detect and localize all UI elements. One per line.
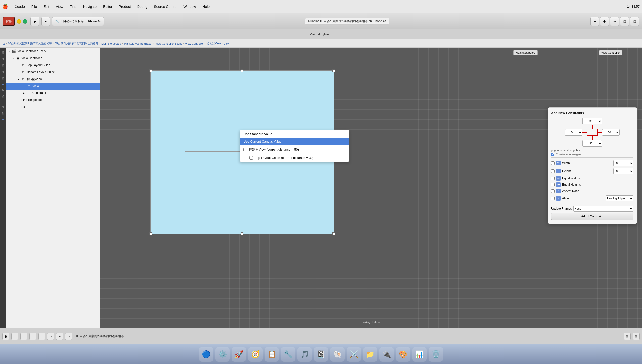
sidebar-item-vc-scene[interactable]: ▼ 🎬 View Controller Scene <box>6 48 100 55</box>
align-checkbox[interactable] <box>551 197 555 200</box>
menu-product[interactable]: Product <box>118 4 132 9</box>
sidebar-item-bottom-layout[interactable]: □ Bottom Layout Guide <box>6 68 100 76</box>
dropdown-item-top-layout-guide[interactable]: ✓ Top Layout Guide (current distance = 3… <box>240 154 349 162</box>
top-layout-guide-cb[interactable] <box>250 156 253 160</box>
sidebar-item-controller-view[interactable]: ▼ □ 控制器View <box>6 76 100 82</box>
breadcrumb-storyboard-base[interactable]: Main.storyboard (Base) <box>124 42 152 45</box>
menu-navigate[interactable]: Navigate <box>82 4 98 9</box>
sidebar-item-view[interactable]: □ View <box>6 82 100 90</box>
dock-trash[interactable]: 🗑️ <box>429 347 443 362</box>
pin-left-dropdown[interactable]: 34 <box>565 129 582 136</box>
strip-label-2[interactable]: 29 <box>1 56 5 62</box>
pin-top-dropdown[interactable]: 30 <box>582 118 602 124</box>
constrain-to-margins-checkbox[interactable] <box>551 153 554 156</box>
strip-label-4[interactable]: 31 <box>1 69 5 74</box>
dock-onenote[interactable]: 📓 <box>314 347 328 362</box>
menu-find[interactable]: Find <box>69 4 77 9</box>
down-icon[interactable]: ↓ <box>29 333 36 340</box>
align-value-select[interactable]: Leading Edges <box>606 196 633 202</box>
update-frames-select[interactable]: None <box>573 206 633 212</box>
frame-icon[interactable]: □ <box>47 333 54 340</box>
layout-icon-1[interactable]: ≡ <box>590 17 599 26</box>
breadcrumb-vc-scene[interactable]: View Controller Scene <box>156 42 182 45</box>
dock-rocket[interactable]: 🚀 <box>232 347 246 362</box>
height-value-select[interactable]: 500 <box>614 168 633 174</box>
menu-window[interactable]: Window <box>182 4 197 9</box>
stop-button[interactable]: ■ <box>41 17 50 26</box>
strip-label-7[interactable]: 35 <box>1 94 5 99</box>
pin-right-dropdown[interactable]: 50 <box>602 129 620 136</box>
dock-folder[interactable]: 📁 <box>363 347 378 362</box>
minimize-button[interactable] <box>17 19 22 24</box>
strip-label-9[interactable]: 37 <box>1 111 5 116</box>
width-checkbox[interactable] <box>551 161 555 165</box>
breadcrumb-storyboard[interactable]: Main.storyboard <box>102 42 121 45</box>
dropdown-item-controller-view[interactable]: 控制器View (current distance = 50) <box>240 146 349 154</box>
sidebar-item-vc[interactable]: ▼ ▣ View Controller <box>6 55 100 62</box>
menu-help[interactable]: Help <box>202 4 210 9</box>
dock-filezilla[interactable]: 🔌 <box>380 347 394 362</box>
add-constraint-button[interactable]: Add 1 Constraint <box>551 212 633 220</box>
layout-icon-5[interactable]: □ <box>630 17 639 26</box>
menu-source-control[interactable]: Source Control <box>153 4 178 9</box>
controller-view-cb[interactable] <box>244 148 247 152</box>
handle-bm[interactable] <box>241 232 244 235</box>
menu-file[interactable]: File <box>30 4 38 9</box>
breadcrumb-controller-view[interactable]: 控制器View <box>206 42 221 45</box>
dock-finder[interactable]: 🔵 <box>199 347 213 362</box>
aspect-ratio-checkbox[interactable] <box>551 190 555 193</box>
dock-xcode-2[interactable]: 🔧 <box>281 347 296 362</box>
equal-heights-checkbox[interactable] <box>551 183 555 186</box>
send-icon[interactable]: ↗ <box>56 333 63 340</box>
menu-view[interactable]: View <box>55 4 64 9</box>
up-icon[interactable]: ↑ <box>20 333 27 340</box>
updown-icon[interactable]: ↕ <box>38 333 45 340</box>
dock-settings[interactable]: ⚙️ <box>215 347 230 362</box>
breadcrumb-project[interactable]: 05自动布局案例2-距离四周边距相等 <box>8 42 52 45</box>
handle-tm[interactable] <box>241 69 244 72</box>
dock-terminal[interactable]: 🐚 <box>330 347 344 362</box>
strip-label-5[interactable]: 32 <box>1 76 5 81</box>
sidebar-item-constraints[interactable]: ▶ □ Constraints <box>6 90 100 96</box>
scheme-selector[interactable]: 🔧 05自动···边距相等 › iPhone 4s <box>52 17 104 26</box>
maximize-button[interactable] <box>23 19 27 24</box>
menu-debug[interactable]: Debug <box>136 4 148 9</box>
handle-tr[interactable] <box>332 69 335 72</box>
equal-widths-checkbox[interactable] <box>551 176 555 180</box>
pin-bottom-dropdown[interactable]: 30 <box>582 140 602 147</box>
strip-label-3[interactable]: 30 <box>1 63 5 68</box>
breadcrumb-root[interactable]: 🗂 <box>2 42 5 45</box>
zoom-button[interactable]: ⊕ <box>2 333 10 340</box>
dock-sword[interactable]: ⚔️ <box>346 347 361 362</box>
dropdown-item-use-standard[interactable]: Use Standard Value <box>240 130 349 138</box>
dock-ps[interactable]: 🎨 <box>396 347 410 362</box>
dock-instruments[interactable]: 📊 <box>412 347 427 362</box>
breadcrumb-vc[interactable]: View Controller <box>185 42 204 45</box>
zoom-fit-icon[interactable]: ⊟ <box>632 333 640 340</box>
strip-label-1[interactable]: 28 <box>1 50 5 55</box>
constraint-icon-btn[interactable]: □ <box>65 333 72 340</box>
breadcrumb-view[interactable]: View <box>224 42 230 45</box>
menu-xcode[interactable]: Xcode <box>14 4 26 9</box>
dock-music[interactable]: 🎵 <box>298 347 312 362</box>
layout-icon-3[interactable]: ↔ <box>610 17 619 26</box>
sidebar-item-exit[interactable]: ⬡ Exit <box>6 104 100 110</box>
layout-icon-2[interactable]: ⊕ <box>600 17 609 26</box>
pause-button[interactable]: 暂停 <box>3 17 15 26</box>
dropdown-item-use-current[interactable]: Use Current Canvas Value <box>240 138 349 146</box>
dock-notes[interactable]: 📋 <box>264 347 279 362</box>
handle-br[interactable] <box>332 232 335 235</box>
sidebar-item-first-responder[interactable]: ⬡ First Responder <box>6 96 100 104</box>
menu-editor[interactable]: Editor <box>102 4 114 9</box>
strip-label-6[interactable]: 34 <box>1 87 5 93</box>
height-checkbox[interactable] <box>551 169 555 173</box>
handle-tl[interactable] <box>150 69 152 72</box>
canvas-area[interactable]: Main storyboard View Controller wAny hAn… <box>100 48 642 328</box>
menu-edit[interactable]: Edit <box>42 4 50 9</box>
handle-bl[interactable] <box>150 232 152 235</box>
breadcrumb-folder[interactable]: 05自动布局案例2-距离四周边距相等 <box>55 42 98 45</box>
fit-icon[interactable]: ⊞ <box>624 333 630 340</box>
sidebar-item-top-layout[interactable]: □ Top Layout Guide <box>6 62 100 68</box>
width-value-select[interactable]: 500 <box>614 160 633 166</box>
strip-label-8[interactable]: 36 <box>1 104 5 110</box>
